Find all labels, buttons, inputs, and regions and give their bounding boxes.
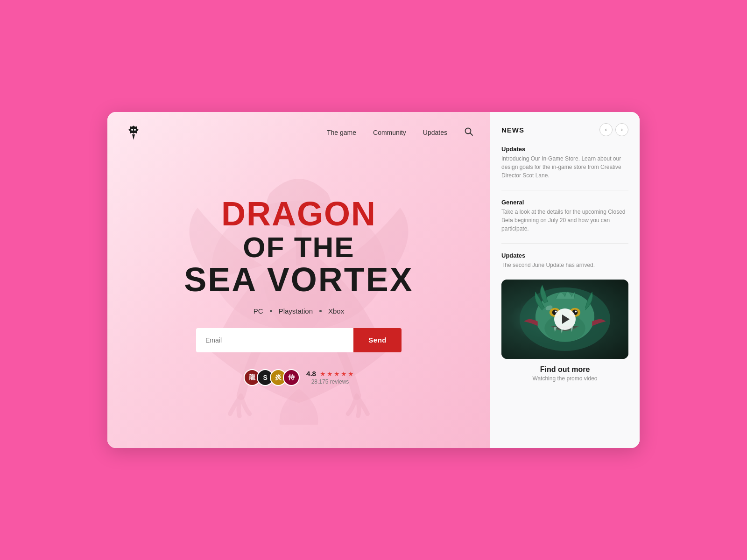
hero-title: DRAGON OF THE SEA VORTEX	[184, 196, 413, 297]
hero-title-line3: SEA VORTEX	[184, 262, 413, 298]
play-button[interactable]	[554, 308, 576, 330]
svg-point-1	[131, 129, 133, 131]
news-section-title: NEWS	[501, 126, 524, 134]
news-desc-1: Introducing Our In-Game Store. Learn abo…	[501, 154, 628, 180]
star-5: ★	[348, 370, 354, 378]
find-out-section: Find out more Watching the promo video	[501, 365, 628, 382]
divider-1	[501, 190, 628, 190]
main-container: The game Community Updates DRAGON OF THE…	[107, 112, 640, 448]
play-icon	[562, 315, 570, 324]
avatar-stack: 龍 S 炎 侍	[244, 369, 300, 386]
email-input[interactable]	[196, 328, 353, 352]
rating-top: 4.8 ★ ★ ★ ★ ★	[306, 370, 354, 378]
hero-section: DRAGON OF THE SEA VORTEX PC Playstation …	[107, 153, 490, 448]
stars: ★ ★ ★ ★ ★	[320, 370, 354, 378]
platform-xbox: Xbox	[328, 307, 344, 315]
news-prev-arrow[interactable]: ‹	[599, 123, 613, 136]
news-item-3: Updates The second June Update has arriv…	[501, 252, 628, 269]
news-nav-arrows: ‹ ›	[599, 123, 628, 136]
logo[interactable]	[124, 123, 143, 142]
hero-title-line1: DRAGON	[184, 196, 413, 232]
search-icon[interactable]	[464, 127, 473, 138]
svg-point-12	[575, 311, 577, 313]
nav-links: The game Community Updates	[327, 129, 447, 136]
star-1: ★	[320, 370, 326, 378]
rating-number: 4.8	[306, 370, 316, 378]
star-4: ★	[341, 370, 347, 378]
reviews-row: 龍 S 炎 侍 4.8 ★ ★ ★ ★ ★	[244, 369, 354, 386]
news-item-2: General Take a look at the details for t…	[501, 199, 628, 233]
news-category-3: Updates	[501, 252, 628, 259]
promo-video[interactable]	[501, 280, 628, 359]
news-category-2: General	[501, 199, 628, 206]
hero-title-line2: OF THE	[184, 232, 413, 262]
nav-the-game[interactable]: The game	[327, 129, 356, 136]
svg-line-4	[470, 133, 472, 135]
find-out-subtitle: Watching the promo video	[501, 375, 628, 382]
news-next-arrow[interactable]: ›	[615, 123, 628, 136]
news-desc-2: Take a look at the details for the upcom…	[501, 208, 628, 233]
right-panel: NEWS ‹ › Updates Introducing Our In-Game…	[490, 112, 640, 448]
navbar: The game Community Updates	[107, 112, 490, 153]
nav-community[interactable]: Community	[373, 129, 406, 136]
platform-pc: PC	[254, 307, 263, 315]
rating-info: 4.8 ★ ★ ★ ★ ★ 28.175 reviews	[306, 370, 354, 385]
platform-playstation: Playstation	[279, 307, 313, 315]
news-item-1: Updates Introducing Our In-Game Store. L…	[501, 146, 628, 180]
nav-updates[interactable]: Updates	[423, 129, 447, 136]
svg-point-2	[134, 129, 136, 131]
news-category-1: Updates	[501, 146, 628, 153]
left-panel: The game Community Updates DRAGON OF THE…	[107, 112, 490, 448]
star-2: ★	[327, 370, 333, 378]
news-desc-3: The second June Update has arrived.	[501, 261, 628, 269]
send-button[interactable]: Send	[353, 328, 402, 352]
news-header: NEWS ‹ ›	[501, 123, 628, 136]
find-out-title: Find out more	[501, 365, 628, 374]
star-3: ★	[334, 370, 340, 378]
dot-2	[319, 310, 322, 312]
avatar-4: 侍	[283, 369, 300, 386]
divider-2	[501, 243, 628, 244]
platforms-list: PC Playstation Xbox	[254, 307, 344, 315]
dot-1	[270, 310, 272, 312]
reviews-count: 28.175 reviews	[306, 378, 354, 385]
email-form: Send	[196, 328, 402, 352]
